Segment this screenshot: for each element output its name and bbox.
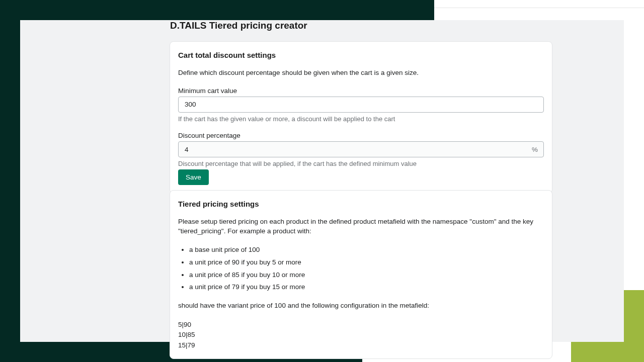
content-area: D.TAILS Tiered pricing creator Cart tota… — [20, 20, 624, 342]
decor-top-divider — [434, 8, 644, 8]
list-item: a base unit price of 100 — [189, 245, 544, 255]
tiered-pricing-after: should have the variant price of 100 and… — [178, 301, 544, 311]
tiered-pricing-title: Tiered pricing settings — [178, 200, 544, 208]
list-item: a unit price of 79 if you buy 15 or more — [189, 283, 544, 292]
discount-pct-input[interactable] — [178, 141, 544, 157]
list-item: a unit price of 90 if you buy 5 or more — [189, 258, 544, 267]
min-cart-input-wrap — [178, 97, 544, 113]
tiered-pricing-desc: Please setup tiered pricing on each prod… — [178, 217, 544, 236]
discount-pct-label: Discount percentage — [178, 132, 544, 139]
tiered-pricing-card: Tiered pricing settings Please setup tie… — [170, 190, 552, 359]
discount-pct-help: Discount percentage that will be applied… — [178, 159, 544, 168]
cart-discount-desc: Define which discount percentage should … — [178, 68, 544, 78]
discount-pct-input-wrap: % — [178, 141, 544, 157]
page-title: D.TAILS Tiered pricing creator — [170, 20, 307, 31]
code-line: 10|85 — [178, 330, 544, 340]
min-cart-help: If the cart has the given value or more,… — [178, 115, 544, 124]
decor-dark-top — [0, 0, 434, 20]
decor-olive-right — [624, 290, 644, 342]
min-cart-label: Minimum cart value — [178, 87, 544, 95]
decor-dark-left — [0, 20, 20, 362]
list-item: a unit price of 85 if you buy 10 or more — [189, 270, 544, 280]
min-cart-input[interactable] — [178, 97, 544, 113]
cart-discount-card: Cart total discount settings Define whic… — [170, 41, 552, 194]
tiered-pricing-bullets: a base unit price of 100 a unit price of… — [178, 245, 544, 293]
tiered-pricing-codes: 5|90 10|85 15|79 — [178, 320, 544, 350]
decor-olive-bottom — [571, 342, 644, 362]
cart-discount-title: Cart total discount settings — [178, 51, 544, 59]
code-line: 5|90 — [178, 320, 544, 330]
save-button[interactable]: Save — [178, 169, 209, 185]
code-line: 15|79 — [178, 340, 544, 350]
